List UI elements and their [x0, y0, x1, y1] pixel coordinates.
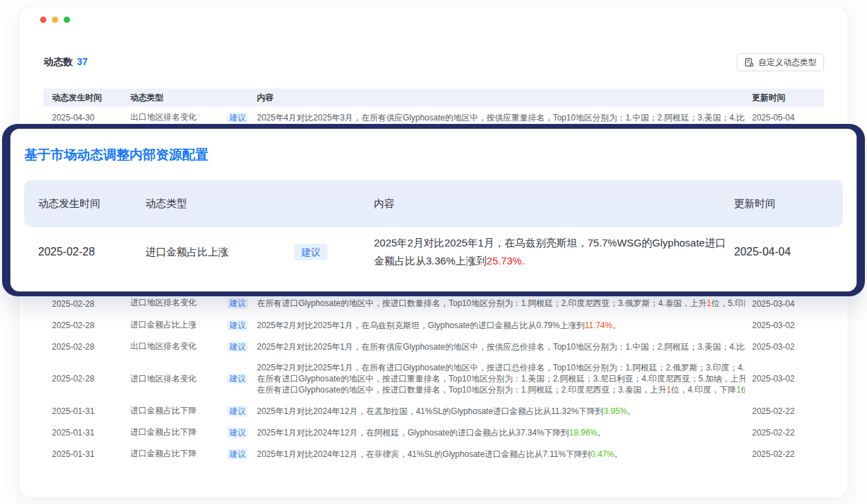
row-type: 进口金额占比下降	[130, 426, 227, 438]
row-badge-cell: 建议	[227, 373, 257, 384]
table-row[interactable]: 2025-02-28出口地区排名变化建议2025年2月对比2025年1月，在所有…	[44, 336, 824, 357]
row-update-time: 2025-03-04	[752, 299, 824, 309]
column-header-type: 动态类型	[130, 92, 227, 104]
popup-column-update: 更新时间	[734, 197, 843, 210]
suggestion-badge[interactable]: 建议	[227, 427, 248, 438]
row-update-time: 2025-03-02	[752, 321, 824, 330]
document-gear-icon	[744, 57, 754, 67]
row-type: 进口地区排名变化	[130, 297, 227, 309]
row-date: 2025-02-28	[44, 321, 130, 330]
row-badge-cell: 建议	[227, 449, 257, 460]
column-header-update: 更新时间	[752, 92, 824, 104]
row-type: 出口地区排名变化	[130, 111, 227, 123]
popup-column-time: 动态发生时间	[24, 197, 145, 210]
table-row[interactable]: 2025-01-31进口金额占比下降建议2025年1月对比2024年12月，在孟…	[44, 400, 824, 422]
row-date: 2025-02-28	[44, 299, 130, 309]
row-badge-cell: 建议	[227, 341, 257, 352]
row-date: 2025-02-28	[44, 342, 130, 352]
page: 动态数37 自定义动态类型	[0, 0, 867, 504]
row-badge-cell: 建议	[227, 406, 257, 417]
suggestion-badge[interactable]: 建议	[227, 320, 248, 331]
window-titlebar	[19, 7, 848, 23]
row-update-time: 2025-02-22	[752, 449, 824, 459]
suggestion-badge[interactable]: 建议	[227, 112, 248, 123]
popup-table-header: 动态发生时间 动态类型 内容 更新时间	[24, 180, 843, 227]
row-content: 2025年1月对比2024年12月，在阿根廷，Glyphosate的进口金额占比…	[257, 427, 752, 438]
row-content: 2025年1月对比2024年12月，在孟加拉国，41%SL的Glyphosate…	[257, 406, 752, 417]
suggestion-badge[interactable]: 建议	[227, 449, 248, 460]
suggestion-badge[interactable]: 建议	[227, 341, 248, 352]
window-maximize-button[interactable]	[64, 17, 70, 23]
row-type: 进口地区排名变化	[130, 373, 227, 385]
row-update-time: 2025-03-02	[752, 342, 824, 352]
row-type: 进口金额占比下降	[130, 405, 227, 417]
table-header: 动态发生时间 动态类型 内容 更新时间	[44, 89, 824, 107]
popup-column-type: 动态类型	[145, 197, 374, 210]
table-row[interactable]: 2025-02-28进口地区排名变化建议2025年2月对比2025年1月，在所有…	[44, 357, 824, 400]
row-update-time: 2025-02-22	[752, 428, 824, 438]
row-badge-cell: 建议	[227, 427, 257, 438]
dynamics-count-label: 动态数	[44, 56, 73, 67]
row-content: 在所有进口Glyphosate的地区中，按进口数量排名，Top10地区分别为：1…	[257, 298, 752, 309]
row-content: 2025年2月对比2025年1月，在乌兹别克斯坦，Glyphosate的进口金额…	[257, 320, 752, 331]
row-type: 进口金额占比上涨	[130, 319, 227, 331]
popup-row-content: 2025年2月对比2025年1月，在乌兹别亮斯坦，75.7%WSG的Glypho…	[374, 234, 734, 270]
window-close-button[interactable]	[40, 17, 46, 23]
row-date: 2025-01-31	[44, 406, 130, 416]
row-content: 2025年1月对比2024年12月，在菲律宾，41%SL的Glyphosate进…	[257, 449, 752, 460]
customize-button-label: 自定义动态类型	[758, 57, 816, 69]
customize-dynamic-type-button[interactable]: 自定义动态类型	[737, 53, 824, 71]
column-header-time: 动态发生时间	[44, 92, 130, 104]
row-date: 2025-01-31	[44, 428, 130, 438]
row-update-time: 2025-02-22	[752, 406, 824, 416]
suggestion-badge[interactable]: 建议	[227, 298, 248, 309]
row-date: 2025-04-30	[44, 113, 130, 123]
suggestion-badge[interactable]: 建议	[227, 373, 248, 384]
column-header-content: 内容	[257, 92, 752, 104]
row-badge-cell: 建议	[227, 112, 257, 123]
row-type: 出口地区排名变化	[130, 341, 227, 352]
popup-row-update: 2025-04-04	[734, 246, 843, 258]
highlighted-row-popup: 基于市场动态调整内部资源配置 动态发生时间 动态类型 内容 更新时间 2025-…	[8, 127, 859, 294]
table-row[interactable]: 2025-01-31进口金额占比下降建议2025年1月对比2024年12月，在菲…	[44, 443, 824, 465]
dynamics-count-value: 37	[77, 56, 88, 67]
row-content: 2025年4月对比2025年3月，在所有供应Glyphosate的地区中，按供应…	[257, 112, 752, 123]
row-content: 2025年2月对比2025年1月，在所有供应Glyphosate的地区中，按供应…	[257, 341, 752, 352]
row-date: 2025-01-31	[44, 449, 130, 459]
row-badge-cell: 建议	[227, 298, 257, 309]
popup-row-type: 进口金额占比上涨	[145, 246, 294, 259]
popup-title: 基于市场动态调整内部资源配置	[24, 145, 843, 165]
window-minimize-button[interactable]	[52, 17, 58, 23]
row-type: 进口金额占比下降	[130, 448, 227, 460]
suggestion-badge[interactable]: 建议	[294, 244, 328, 260]
table-row[interactable]: 2025-01-31进口金额占比下降建议2025年1月对比2024年12月，在阿…	[44, 422, 824, 443]
popup-column-content: 内容	[374, 197, 734, 210]
suggestion-badge[interactable]: 建议	[227, 406, 248, 417]
popup-row-date: 2025-02-28	[24, 246, 145, 258]
popup-table-row[interactable]: 2025-02-28 进口金额占比上涨 建议 2025年2月对比2025年1月，…	[24, 234, 843, 270]
table-row[interactable]: 2025-02-28进口金额占比上涨建议2025年2月对比2025年1月，在乌兹…	[44, 314, 824, 336]
row-content: 2025年2月对比2025年1月，在所有进口Glyphosate的地区中，按进口…	[257, 362, 752, 395]
dynamics-count: 动态数37	[44, 56, 88, 69]
row-badge-cell: 建议	[227, 320, 257, 331]
row-update-time: 2025-03-02	[752, 374, 824, 384]
row-date: 2025-02-28	[44, 374, 130, 384]
row-update-time: 2025-05-04	[752, 113, 824, 123]
